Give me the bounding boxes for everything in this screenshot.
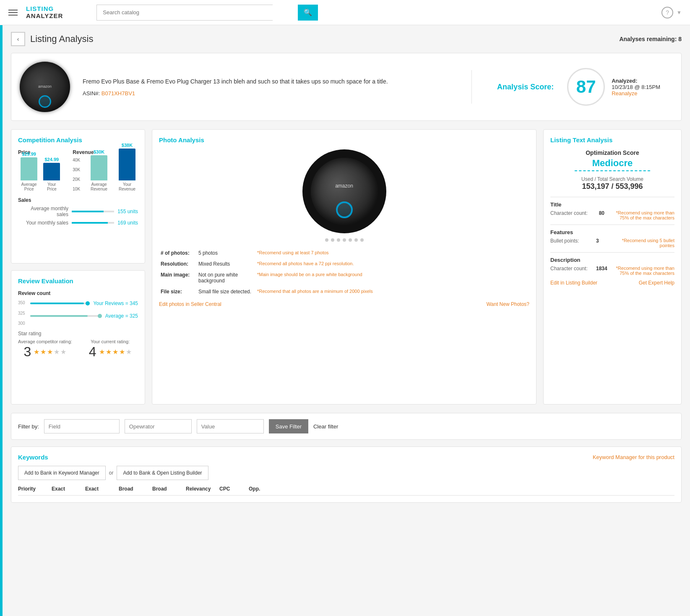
product-title: Fremo Evo Plus Base & Fremo Evo Plug Cha… [83, 77, 459, 86]
rev-axis-10k: 10K [73, 187, 80, 191]
keyword-manager-link[interactable]: Keyword Manager for this product [593, 454, 674, 460]
your-star-group: Your current rating: 4 ★ ★ ★ ★ ★ [89, 339, 132, 360]
score-number: 87 [576, 77, 596, 97]
opt-score-label: Optimization Score [550, 149, 674, 156]
search-vol: Used / Total Search Volume 153,197 / 553… [550, 176, 674, 191]
add-bank-button[interactable]: Add to Bank in Keyword Manager [18, 466, 106, 480]
dot-6 [354, 238, 358, 242]
col-opp: Opp. [249, 486, 274, 492]
analyses-remaining: Analyses remaining: 8 [619, 36, 682, 42]
avg-reviews-val: Average = 325 [105, 313, 138, 319]
asin-link[interactable]: B071XH7BV1 [102, 90, 135, 97]
main-image-note: *Main image should be on a pure white ba… [255, 269, 529, 286]
search-input[interactable] [96, 5, 273, 21]
edit-listing-link[interactable]: Edit in Listing Builder [550, 280, 597, 286]
filter-value-input[interactable] [197, 419, 264, 433]
your-price-val: $24.99 [44, 157, 59, 162]
your-sales-bar [72, 222, 108, 224]
page-title: Listing Analysis [30, 34, 93, 44]
hamburger-menu[interactable] [8, 10, 18, 16]
bullet-label: Bullet points: [550, 238, 579, 244]
add-bank-open-button[interactable]: Add to Bank & Open Listing Builder [117, 466, 208, 480]
keywords-header: Keywords Keyword Manager for this produc… [18, 454, 674, 461]
kw-or-label: or [109, 470, 114, 476]
desc-section-label: Description [550, 257, 674, 263]
your-sales-item: Your monthly sales 169 units [18, 220, 138, 226]
edit-photos-link[interactable]: Edit photos in Seller Central [159, 301, 221, 307]
product-card: amazon Fremo Evo Plus Base & Fremo Evo P… [11, 53, 682, 121]
char-count-note: *Recomend using more than 75% of the max… [616, 210, 674, 220]
accent-bar [0, 25, 3, 509]
help-button[interactable]: ? [661, 7, 673, 18]
file-size-label: File size: [159, 286, 197, 297]
your-rating-label: Your current rating: [91, 339, 130, 344]
avg-price-bar-wrap: $29.99 Average Price [18, 151, 40, 191]
competition-card: Competition Analysis Price $29.99 Averag… [11, 129, 145, 264]
search-button[interactable]: 🔍 [298, 5, 318, 21]
your-rev-bar-wrap: $38K Your Revenue [116, 143, 138, 191]
star-1: ★ [34, 348, 39, 356]
avg-reviews-fill [30, 315, 88, 317]
star-row: Average competitor rating: 3 ★ ★ ★ ★ ★ [18, 339, 138, 360]
filter-operator-input[interactable] [125, 419, 192, 433]
review-count-label: Review count [18, 290, 138, 296]
reanalyze-link[interactable]: Reanalyze [612, 90, 660, 97]
your-sales-bar-wrap [72, 222, 114, 224]
dot-3 [337, 238, 340, 242]
page-header-left: ‹ Listing Analysis [11, 32, 93, 46]
features-section-label: Features [550, 229, 674, 235]
device-ring [39, 95, 51, 108]
photo-dots [159, 238, 529, 242]
score-section: Analysis Score: 87 Analyzed: 10/23/18 @ … [484, 68, 673, 106]
filter-label: Filter by: [18, 423, 39, 430]
filter-field-input[interactable] [44, 419, 120, 433]
your-reviews-fill [30, 303, 84, 304]
save-filter-button[interactable]: Save Filter [269, 419, 308, 433]
price-chart: Price $29.99 Average Price $24.99 Your P… [18, 149, 60, 191]
price-bar-group: $29.99 Average Price $24.99 Your Price [18, 158, 60, 191]
want-photos-link[interactable]: Want New Photos? [487, 301, 529, 307]
review-card: Review Evaluation Review count 350 325 3… [11, 270, 145, 405]
logo: LISTING ANALYZER [26, 5, 63, 19]
axis-labels: 350 325 300 [18, 300, 25, 326]
avg-rev-bar-wrap: $30K Average Revenue [85, 149, 113, 191]
slider-area: 350 325 300 Your Reviews = 345 [18, 300, 138, 326]
avg-rev-val: $30K [94, 149, 104, 154]
your-star-2: ★ [106, 348, 112, 356]
score-row: Analysis Score: 87 Analyzed: 10/23/18 @ … [497, 68, 660, 106]
main-image-label: Main image: [159, 269, 197, 286]
star-4: ★ [54, 348, 60, 356]
analyzed-date: 10/23/18 @ 8:15PM [612, 84, 660, 90]
chevron-down-icon: ▼ [677, 10, 682, 16]
sales-label: Sales [18, 197, 138, 203]
avg-rev-bar [91, 155, 107, 180]
your-star-num: 4 [89, 344, 96, 360]
file-size-row: File size: Small file size detected. *Re… [159, 286, 529, 297]
main-image-row: Main image: Not on pure white background… [159, 269, 529, 286]
opt-score-val: Mediocre [550, 158, 674, 169]
main-content: ‹ Listing Analysis Analyses remaining: 8… [3, 25, 690, 509]
listing-text-title: Listing Text Analysis [550, 136, 674, 144]
col-broad: Broad [119, 486, 152, 492]
keywords-card: Keywords Keyword Manager for this produc… [11, 446, 682, 503]
score-label: Analysis Score: [497, 83, 554, 91]
your-rev-label: Your Revenue [116, 182, 138, 191]
resolution-row: Resolution: Mixed Results *Recomend all … [159, 258, 529, 269]
avg-stars: ★ ★ ★ ★ ★ [34, 348, 66, 356]
avg-sales-val: 155 units [117, 209, 138, 214]
clear-filter-button[interactable]: Clear filter [313, 423, 338, 430]
resolution-val: Mixed Results [197, 258, 255, 269]
text-divider-3 [550, 252, 674, 253]
star-5: ★ [60, 348, 66, 356]
expert-help-link[interactable]: Get Expert Help [639, 280, 674, 286]
back-button[interactable]: ‹ [11, 32, 25, 46]
avg-rev-label: Average Revenue [85, 182, 113, 191]
main-image-val: Not on pure white background [197, 269, 255, 286]
keywords-title: Keywords [18, 454, 48, 461]
filter-row: Filter by: Save Filter Clear filter [11, 413, 682, 440]
file-size-val: Small file size detected. [197, 286, 255, 297]
your-sales-val: 169 units [117, 220, 138, 226]
search-icon: 🔍 [304, 8, 312, 16]
your-price-bar [43, 163, 60, 180]
photo-table: # of photos: 5 photos *Recomend using at… [159, 248, 529, 297]
